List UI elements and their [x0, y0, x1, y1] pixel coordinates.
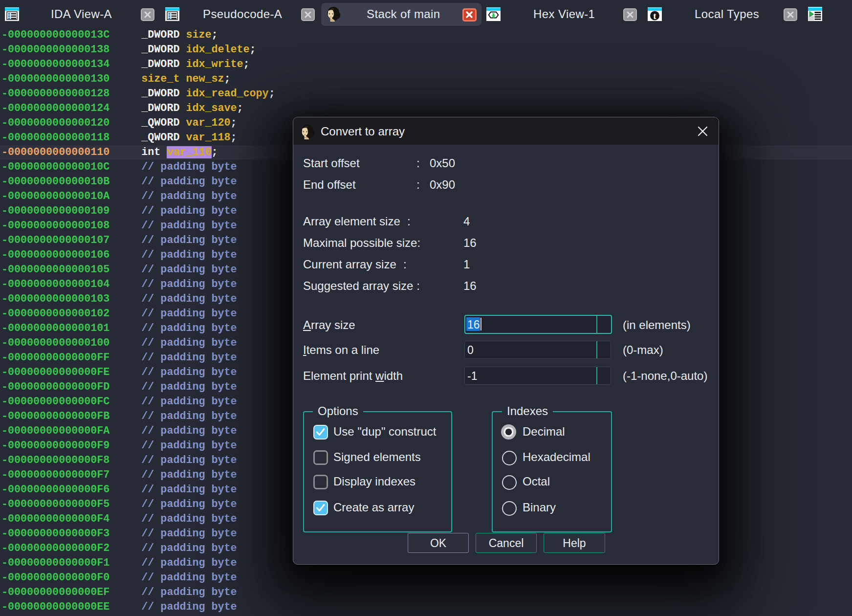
- svg-text:t: t: [653, 11, 656, 21]
